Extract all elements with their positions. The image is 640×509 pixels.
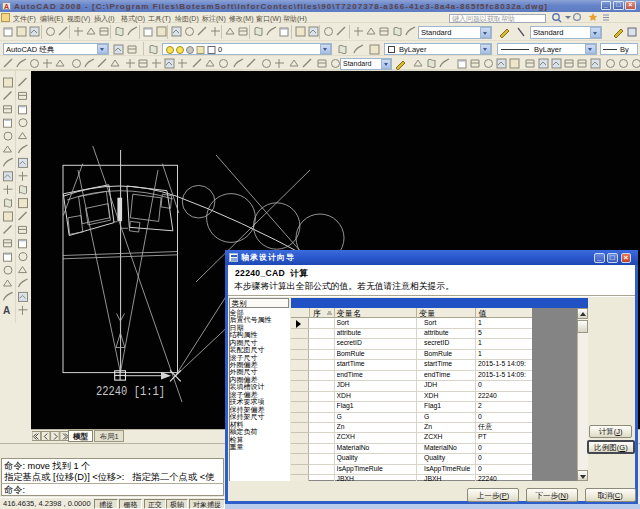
svg-text:22240 [1:1]: 22240 [1:1] [96,384,165,399]
